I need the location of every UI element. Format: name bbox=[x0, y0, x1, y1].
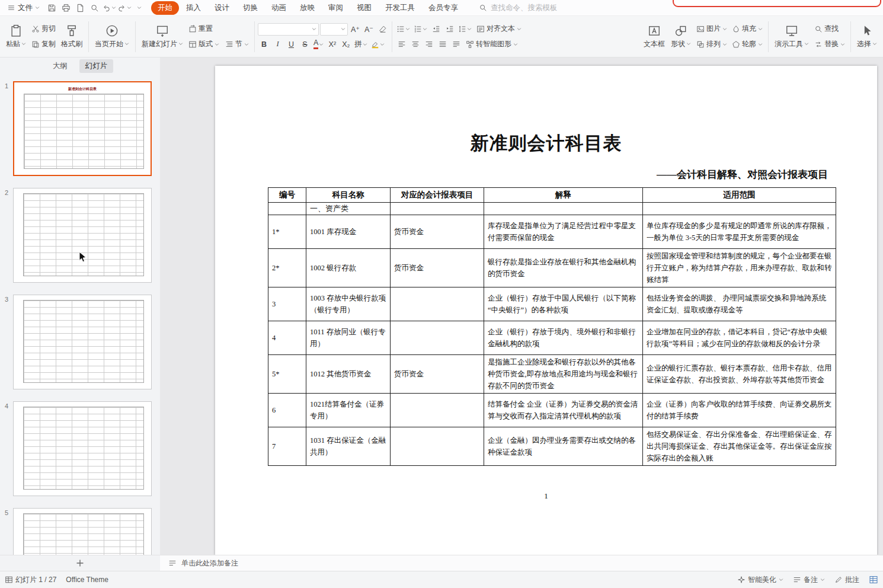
slide-number: 1 bbox=[0, 81, 13, 176]
replace-button[interactable]: 替换 bbox=[812, 38, 847, 50]
slide-thumbnail-list[interactable]: 1新准则会计科目表2345 bbox=[0, 74, 160, 555]
menu-tab-审阅[interactable]: 审阅 bbox=[322, 1, 350, 15]
view-grid-icon bbox=[869, 575, 878, 584]
shapes-button[interactable]: 形状 bbox=[668, 23, 694, 51]
italic-button[interactable]: I bbox=[271, 39, 284, 50]
slide-editor[interactable]: 新准则会计科目表 ——会计科目解释、对照会计报表项目 编号科目名称对应的会计报表… bbox=[215, 66, 877, 555]
increase-indent-button[interactable] bbox=[443, 23, 456, 35]
save-button[interactable] bbox=[45, 2, 58, 14]
pinyin-label: 拼 bbox=[354, 39, 362, 49]
redo-button[interactable] bbox=[117, 2, 132, 14]
slide-thumbnail[interactable] bbox=[13, 508, 152, 555]
slide-thumbnail-item[interactable]: 5 bbox=[0, 508, 152, 555]
slide-thumbnail[interactable] bbox=[13, 401, 152, 496]
notes-bar[interactable]: 单击此处添加备注 bbox=[160, 555, 883, 571]
bullet-list-button[interactable] bbox=[395, 23, 411, 35]
chevron-down-icon bbox=[312, 27, 316, 31]
superscript-button[interactable]: X² bbox=[326, 39, 338, 50]
numbered-list-button[interactable] bbox=[412, 23, 428, 35]
theme-indicator: Office Theme bbox=[66, 576, 108, 584]
normal-view-button[interactable] bbox=[869, 575, 878, 584]
font-family-select[interactable] bbox=[258, 23, 319, 36]
command-search[interactable]: 查找命令、搜索模板 bbox=[479, 3, 558, 13]
font-color-button[interactable]: A bbox=[312, 39, 325, 50]
menu-tab-开发工具[interactable]: 开发工具 bbox=[379, 1, 421, 15]
undo-button[interactable] bbox=[102, 2, 116, 14]
quick-toolbar-more-button[interactable] bbox=[133, 2, 146, 14]
menu-tab-插入[interactable]: 插入 bbox=[180, 1, 207, 15]
smart-beautify-button[interactable]: 智能美化 bbox=[737, 575, 783, 585]
export-pdf-button[interactable] bbox=[73, 2, 87, 14]
menu-tab-动画[interactable]: 动画 bbox=[265, 1, 293, 15]
tab-slides[interactable]: 幻灯片 bbox=[79, 59, 114, 73]
select-button[interactable]: 选择 bbox=[854, 23, 880, 51]
slide-thumbnail-item[interactable]: 3 bbox=[0, 295, 152, 389]
picture-button[interactable]: 图片 bbox=[694, 23, 730, 35]
highlight-color-button[interactable] bbox=[370, 39, 386, 50]
play-from-current-button[interactable]: 当页开始 bbox=[92, 23, 132, 51]
notes-toggle-button[interactable]: 备注 bbox=[793, 575, 825, 585]
print-button[interactable] bbox=[59, 2, 72, 14]
decrease-indent-button[interactable] bbox=[430, 23, 442, 35]
comments-button[interactable]: 批注 bbox=[834, 575, 859, 585]
convert-smartart-button[interactable]: 转智能图形 bbox=[463, 38, 520, 50]
presentation-tools-button[interactable]: 演示工具 bbox=[772, 23, 812, 51]
slide-thumbnail-item[interactable]: 4 bbox=[0, 401, 152, 496]
fill-button[interactable]: 填充 bbox=[730, 23, 765, 35]
strikethrough-button[interactable]: S bbox=[299, 39, 311, 50]
new-slide-button[interactable]: 新建幻灯片 bbox=[139, 23, 186, 51]
paste-button[interactable]: 粘贴 bbox=[3, 23, 29, 51]
distribute-text-button[interactable] bbox=[450, 39, 462, 50]
bold-button[interactable]: B bbox=[258, 39, 270, 50]
slide-subtitle[interactable]: ——会计科目解释、对照会计报表项目 bbox=[268, 168, 828, 181]
table-cell: 4 bbox=[268, 321, 306, 355]
accounting-subjects-table[interactable]: 编号科目名称对应的会计报表项目解释适用范围 一、资产类 1*1001 库存现金货… bbox=[268, 187, 836, 466]
format-painter-button[interactable]: 格式刷 bbox=[58, 23, 85, 51]
menu-tab-视图[interactable]: 视图 bbox=[350, 1, 378, 15]
undo-icon bbox=[102, 4, 111, 12]
font-size-select[interactable] bbox=[320, 23, 348, 36]
tab-outline[interactable]: 大纲 bbox=[47, 59, 73, 73]
section-button[interactable]: 节 bbox=[223, 38, 251, 50]
file-menu-button[interactable]: 文件 bbox=[2, 0, 44, 15]
line-spacing-button[interactable] bbox=[457, 23, 473, 35]
slide-title[interactable]: 新准则会计科目表 bbox=[215, 131, 877, 156]
shape-outline-button[interactable]: 轮廓 bbox=[730, 38, 765, 50]
slide-thumbnail[interactable] bbox=[13, 295, 152, 389]
menu-tab-开始[interactable]: 开始 bbox=[151, 1, 179, 15]
reset-button[interactable]: 重置 bbox=[186, 23, 251, 35]
align-text-button[interactable]: 对齐文本 bbox=[474, 23, 524, 35]
sidebar-footer bbox=[0, 555, 160, 571]
text-box-label: 文本框 bbox=[644, 39, 665, 49]
menu-tab-会员专享[interactable]: 会员专享 bbox=[422, 1, 465, 15]
replace-label: 替换 bbox=[824, 39, 839, 49]
print-icon bbox=[62, 4, 71, 12]
slide-thumbnail[interactable]: 新准则会计科目表 bbox=[13, 81, 152, 176]
paste-icon bbox=[9, 24, 23, 37]
justify-button[interactable] bbox=[436, 39, 449, 50]
menu-tab-切换[interactable]: 切换 bbox=[236, 1, 264, 15]
copy-button[interactable]: 复制 bbox=[29, 38, 58, 50]
decrease-font-size-button[interactable]: A⁻ bbox=[363, 23, 375, 35]
slide-thumbnail-item[interactable]: 2 bbox=[0, 188, 152, 283]
increase-font-size-button[interactable]: A⁺ bbox=[349, 23, 361, 35]
find-button[interactable]: 查找 bbox=[812, 23, 847, 35]
menu-tab-设计[interactable]: 设计 bbox=[208, 1, 236, 15]
slide-thumbnail[interactable] bbox=[13, 188, 152, 283]
slide-thumbnail-item[interactable]: 1新准则会计科目表 bbox=[0, 81, 152, 176]
print-preview-button[interactable] bbox=[88, 2, 101, 14]
clear-formatting-button[interactable] bbox=[376, 23, 389, 35]
align-left-button[interactable] bbox=[395, 39, 408, 50]
add-slide-plus-icon[interactable] bbox=[75, 558, 85, 568]
align-right-button[interactable] bbox=[423, 39, 435, 50]
subscript-button[interactable]: X₂ bbox=[340, 39, 352, 50]
align-center-button[interactable] bbox=[409, 39, 421, 50]
arrange-button[interactable]: 排列 bbox=[694, 38, 730, 50]
cut-button[interactable]: 剪切 bbox=[29, 23, 58, 35]
text-box-button[interactable]: 文本框 bbox=[641, 23, 668, 51]
underline-button[interactable]: U bbox=[285, 39, 297, 50]
table-cell bbox=[268, 202, 306, 215]
layout-button[interactable]: 版式 bbox=[186, 38, 222, 50]
pinyin-button[interactable]: 拼 bbox=[353, 39, 369, 50]
menu-tab-放映[interactable]: 放映 bbox=[293, 1, 321, 15]
